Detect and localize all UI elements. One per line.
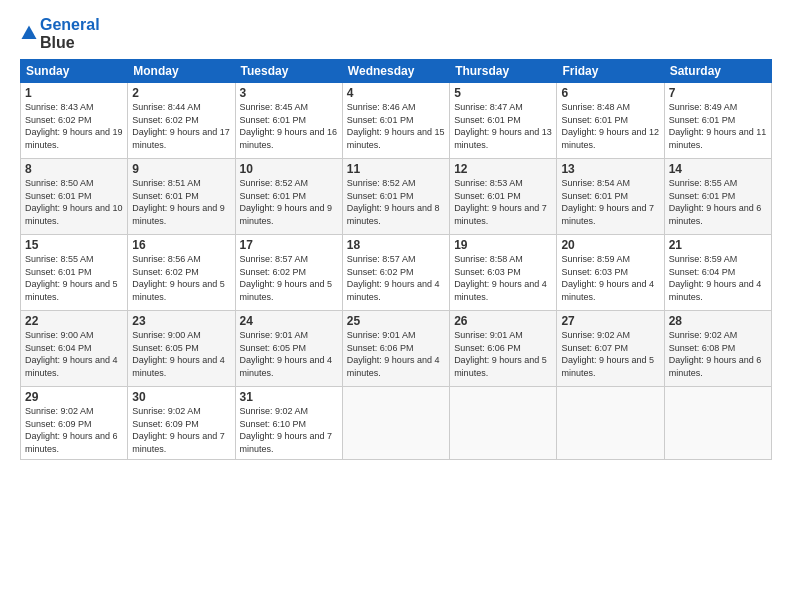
day-number: 30	[132, 390, 230, 404]
day-info: Sunrise: 8:43 AM Sunset: 6:02 PM Dayligh…	[25, 101, 123, 151]
day-info: Sunrise: 8:57 AM Sunset: 6:02 PM Dayligh…	[347, 253, 445, 303]
daylight-label: Daylight: 9 hours and 6 minutes.	[669, 203, 762, 226]
calendar-week-row: 29 Sunrise: 9:02 AM Sunset: 6:09 PM Dayl…	[21, 387, 772, 459]
day-number: 6	[561, 86, 659, 100]
calendar-cell	[664, 387, 771, 459]
sunset-label: Sunset: 6:01 PM	[561, 115, 628, 125]
sunrise-label: Sunrise: 8:43 AM	[25, 102, 94, 112]
sunset-label: Sunset: 6:06 PM	[347, 343, 414, 353]
calendar-cell: 6 Sunrise: 8:48 AM Sunset: 6:01 PM Dayli…	[557, 83, 664, 159]
sunset-label: Sunset: 6:04 PM	[25, 343, 92, 353]
daylight-label: Daylight: 9 hours and 12 minutes.	[561, 127, 659, 150]
calendar-cell: 18 Sunrise: 8:57 AM Sunset: 6:02 PM Dayl…	[342, 235, 449, 311]
daylight-label: Daylight: 9 hours and 8 minutes.	[347, 203, 440, 226]
sunset-label: Sunset: 6:06 PM	[454, 343, 521, 353]
day-info: Sunrise: 8:55 AM Sunset: 6:01 PM Dayligh…	[669, 177, 767, 227]
sunset-label: Sunset: 6:07 PM	[561, 343, 628, 353]
calendar-cell: 12 Sunrise: 8:53 AM Sunset: 6:01 PM Dayl…	[450, 159, 557, 235]
day-number: 11	[347, 162, 445, 176]
day-number: 4	[347, 86, 445, 100]
sunset-label: Sunset: 6:02 PM	[132, 115, 199, 125]
logo-icon	[20, 24, 38, 42]
calendar-cell: 2 Sunrise: 8:44 AM Sunset: 6:02 PM Dayli…	[128, 83, 235, 159]
day-number: 22	[25, 314, 123, 328]
daylight-label: Daylight: 9 hours and 7 minutes.	[132, 431, 225, 454]
sunrise-label: Sunrise: 9:01 AM	[240, 330, 309, 340]
sunset-label: Sunset: 6:05 PM	[240, 343, 307, 353]
svg-marker-0	[22, 25, 37, 39]
header: GeneralBlue	[20, 16, 772, 51]
day-info: Sunrise: 9:01 AM Sunset: 6:06 PM Dayligh…	[347, 329, 445, 379]
day-number: 12	[454, 162, 552, 176]
sunset-label: Sunset: 6:01 PM	[669, 191, 736, 201]
day-info: Sunrise: 8:59 AM Sunset: 6:04 PM Dayligh…	[669, 253, 767, 303]
calendar-cell	[557, 387, 664, 459]
calendar-cell: 25 Sunrise: 9:01 AM Sunset: 6:06 PM Dayl…	[342, 311, 449, 387]
calendar-cell: 22 Sunrise: 9:00 AM Sunset: 6:04 PM Dayl…	[21, 311, 128, 387]
sunset-label: Sunset: 6:01 PM	[25, 267, 92, 277]
sunset-label: Sunset: 6:01 PM	[669, 115, 736, 125]
sunrise-label: Sunrise: 8:44 AM	[132, 102, 201, 112]
daylight-label: Daylight: 9 hours and 5 minutes.	[132, 279, 225, 302]
day-info: Sunrise: 8:50 AM Sunset: 6:01 PM Dayligh…	[25, 177, 123, 227]
day-number: 13	[561, 162, 659, 176]
calendar-cell: 9 Sunrise: 8:51 AM Sunset: 6:01 PM Dayli…	[128, 159, 235, 235]
day-number: 24	[240, 314, 338, 328]
daylight-label: Daylight: 9 hours and 16 minutes.	[240, 127, 338, 150]
calendar-cell: 13 Sunrise: 8:54 AM Sunset: 6:01 PM Dayl…	[557, 159, 664, 235]
sunset-label: Sunset: 6:02 PM	[240, 267, 307, 277]
daylight-label: Daylight: 9 hours and 5 minutes.	[454, 355, 547, 378]
calendar-table: SundayMondayTuesdayWednesdayThursdayFrid…	[20, 59, 772, 459]
calendar-cell: 7 Sunrise: 8:49 AM Sunset: 6:01 PM Dayli…	[664, 83, 771, 159]
day-info: Sunrise: 9:01 AM Sunset: 6:06 PM Dayligh…	[454, 329, 552, 379]
calendar-cell: 5 Sunrise: 8:47 AM Sunset: 6:01 PM Dayli…	[450, 83, 557, 159]
calendar-cell: 24 Sunrise: 9:01 AM Sunset: 6:05 PM Dayl…	[235, 311, 342, 387]
calendar-cell: 31 Sunrise: 9:02 AM Sunset: 6:10 PM Dayl…	[235, 387, 342, 459]
weekday-header: Saturday	[664, 60, 771, 83]
day-number: 31	[240, 390, 338, 404]
day-number: 29	[25, 390, 123, 404]
sunrise-label: Sunrise: 8:49 AM	[669, 102, 738, 112]
sunrise-label: Sunrise: 9:02 AM	[240, 406, 309, 416]
daylight-label: Daylight: 9 hours and 6 minutes.	[25, 431, 118, 454]
daylight-label: Daylight: 9 hours and 9 minutes.	[240, 203, 333, 226]
day-number: 25	[347, 314, 445, 328]
daylight-label: Daylight: 9 hours and 4 minutes.	[132, 355, 225, 378]
sunset-label: Sunset: 6:08 PM	[669, 343, 736, 353]
sunset-label: Sunset: 6:10 PM	[240, 419, 307, 429]
day-number: 21	[669, 238, 767, 252]
sunset-label: Sunset: 6:09 PM	[25, 419, 92, 429]
calendar-cell: 8 Sunrise: 8:50 AM Sunset: 6:01 PM Dayli…	[21, 159, 128, 235]
sunrise-label: Sunrise: 8:50 AM	[25, 178, 94, 188]
daylight-label: Daylight: 9 hours and 9 minutes.	[132, 203, 225, 226]
daylight-label: Daylight: 9 hours and 4 minutes.	[347, 279, 440, 302]
calendar-cell: 19 Sunrise: 8:58 AM Sunset: 6:03 PM Dayl…	[450, 235, 557, 311]
calendar-cell: 4 Sunrise: 8:46 AM Sunset: 6:01 PM Dayli…	[342, 83, 449, 159]
sunrise-label: Sunrise: 8:55 AM	[25, 254, 94, 264]
calendar-cell: 11 Sunrise: 8:52 AM Sunset: 6:01 PM Dayl…	[342, 159, 449, 235]
daylight-label: Daylight: 9 hours and 4 minutes.	[25, 355, 118, 378]
day-number: 2	[132, 86, 230, 100]
sunrise-label: Sunrise: 8:51 AM	[132, 178, 201, 188]
day-number: 7	[669, 86, 767, 100]
sunrise-label: Sunrise: 8:55 AM	[669, 178, 738, 188]
sunset-label: Sunset: 6:02 PM	[347, 267, 414, 277]
sunset-label: Sunset: 6:01 PM	[454, 115, 521, 125]
weekday-header: Monday	[128, 60, 235, 83]
sunset-label: Sunset: 6:01 PM	[25, 191, 92, 201]
day-info: Sunrise: 9:02 AM Sunset: 6:10 PM Dayligh…	[240, 405, 338, 455]
day-info: Sunrise: 9:02 AM Sunset: 6:09 PM Dayligh…	[132, 405, 230, 455]
calendar-cell: 15 Sunrise: 8:55 AM Sunset: 6:01 PM Dayl…	[21, 235, 128, 311]
sunset-label: Sunset: 6:01 PM	[132, 191, 199, 201]
day-number: 10	[240, 162, 338, 176]
day-info: Sunrise: 8:45 AM Sunset: 6:01 PM Dayligh…	[240, 101, 338, 151]
sunrise-label: Sunrise: 9:02 AM	[561, 330, 630, 340]
calendar-cell: 27 Sunrise: 9:02 AM Sunset: 6:07 PM Dayl…	[557, 311, 664, 387]
calendar-cell: 26 Sunrise: 9:01 AM Sunset: 6:06 PM Dayl…	[450, 311, 557, 387]
daylight-label: Daylight: 9 hours and 4 minutes.	[454, 279, 547, 302]
weekday-header: Sunday	[21, 60, 128, 83]
daylight-label: Daylight: 9 hours and 4 minutes.	[240, 355, 333, 378]
daylight-label: Daylight: 9 hours and 7 minutes.	[240, 431, 333, 454]
daylight-label: Daylight: 9 hours and 5 minutes.	[561, 355, 654, 378]
daylight-label: Daylight: 9 hours and 5 minutes.	[25, 279, 118, 302]
